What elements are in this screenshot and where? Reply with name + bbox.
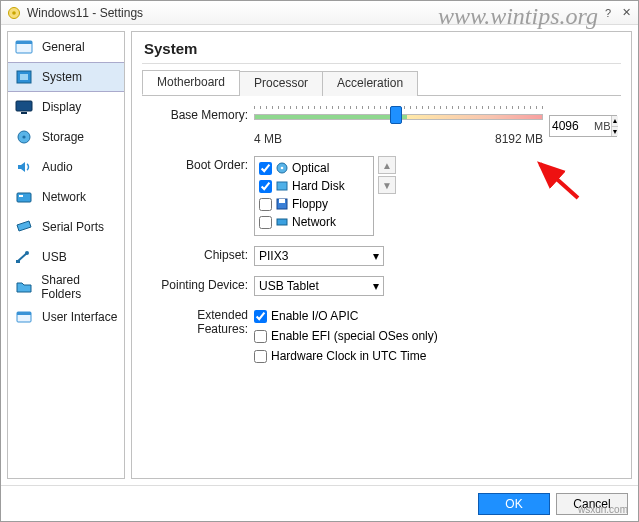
svg-rect-5 (20, 74, 28, 80)
display-icon (14, 98, 34, 116)
sidebar-item-system[interactable]: System (8, 62, 124, 92)
ok-label: OK (505, 497, 522, 511)
settings-window: Windows11 - Settings ? ✕ www.wintips.org… (0, 0, 639, 522)
sidebar-item-label: Serial Ports (42, 220, 104, 234)
sidebar-item-shared-folders[interactable]: Shared Folders (8, 272, 124, 302)
boot-item-label: Floppy (292, 197, 328, 211)
boot-order-list[interactable]: Optical Hard Disk Fl (254, 156, 374, 236)
pointing-device-select[interactable]: USB Tablet ▾ (254, 276, 384, 296)
dialog-footer: OK Cancel (1, 485, 638, 521)
base-memory-slider[interactable] (254, 106, 543, 130)
close-button[interactable]: ✕ (618, 6, 634, 20)
svg-rect-18 (277, 182, 287, 190)
enable-efi-label: Enable EFI (special OSes only) (271, 329, 438, 343)
sidebar-item-audio[interactable]: Audio (8, 152, 124, 182)
boot-check-network[interactable] (259, 216, 272, 229)
boot-item-floppy[interactable]: Floppy (257, 195, 371, 213)
tab-label: Acceleration (337, 76, 403, 90)
boot-item-harddisk[interactable]: Hard Disk (257, 177, 371, 195)
general-icon (14, 38, 34, 56)
sidebar-item-label: Network (42, 190, 86, 204)
sidebar-item-label: Storage (42, 130, 84, 144)
base-memory-spinbox[interactable]: MB ▲ ▼ (549, 115, 617, 137)
tab-acceleration[interactable]: Acceleration (322, 71, 418, 96)
sidebar-item-user-interface[interactable]: User Interface (8, 302, 124, 332)
help-button[interactable]: ? (600, 6, 616, 20)
spin-down-button[interactable]: ▼ (612, 127, 619, 137)
usb-icon (14, 248, 34, 266)
boot-item-label: Hard Disk (292, 179, 345, 193)
enable-io-apic-label: Enable I/O APIC (271, 309, 358, 323)
sidebar-item-label: User Interface (42, 310, 117, 324)
slider-thumb[interactable] (390, 106, 402, 124)
titlebar: Windows11 - Settings ? ✕ (1, 1, 638, 25)
sidebar-item-label: General (42, 40, 85, 54)
sidebar-item-usb[interactable]: USB (8, 242, 124, 272)
pointing-value: USB Tablet (259, 279, 319, 293)
chipset-value: PIIX3 (259, 249, 288, 263)
sidebar-item-label: Audio (42, 160, 73, 174)
mem-unit: MB (594, 120, 611, 132)
net-icon (276, 216, 288, 228)
sidebar-item-serial-ports[interactable]: Serial Ports (8, 212, 124, 242)
sidebar-item-storage[interactable]: Storage (8, 122, 124, 152)
boot-item-label: Optical (292, 161, 329, 175)
boot-check-floppy[interactable] (259, 198, 272, 211)
chipset-label: Chipset: (146, 246, 254, 262)
extended-features-label: Extended Features: (146, 306, 254, 336)
floppy-icon (276, 198, 288, 210)
boot-item-label: Network (292, 215, 336, 229)
serial-icon (14, 218, 34, 236)
base-memory-input[interactable] (550, 119, 594, 133)
boot-item-optical[interactable]: Optical (257, 159, 371, 177)
ui-icon (14, 308, 34, 326)
ok-button[interactable]: OK (478, 493, 550, 515)
tab-bar: Motherboard Processor Acceleration (142, 70, 621, 96)
svg-rect-13 (16, 260, 20, 263)
folder-icon (14, 278, 33, 296)
svg-point-1 (12, 11, 16, 15)
svg-rect-11 (19, 195, 23, 197)
sidebar-item-label: Shared Folders (41, 273, 120, 301)
tab-label: Processor (254, 76, 308, 90)
boot-order-label: Boot Order: (146, 156, 254, 172)
tab-processor[interactable]: Processor (239, 71, 323, 96)
svg-rect-6 (16, 101, 32, 111)
svg-point-9 (22, 135, 25, 138)
tab-motherboard[interactable]: Motherboard (142, 70, 240, 95)
svg-rect-21 (277, 219, 287, 225)
network-icon (14, 188, 34, 206)
hardware-clock-utc-checkbox[interactable] (254, 350, 267, 363)
svg-rect-15 (17, 312, 31, 315)
svg-rect-20 (279, 199, 285, 203)
base-memory-label: Base Memory: (146, 106, 254, 122)
window-title: Windows11 - Settings (27, 6, 143, 20)
enable-io-apic-checkbox[interactable] (254, 310, 267, 323)
pointing-device-label: Pointing Device: (146, 276, 254, 292)
boot-check-harddisk[interactable] (259, 180, 272, 193)
hdd-icon (276, 180, 288, 192)
category-sidebar: General System Display Storage Audio Net… (7, 31, 125, 479)
chevron-down-icon: ▾ (373, 249, 379, 263)
svg-point-17 (281, 167, 284, 170)
sidebar-item-network[interactable]: Network (8, 182, 124, 212)
sidebar-item-general[interactable]: General (8, 32, 124, 62)
mem-max-label: 8192 MB (495, 132, 543, 146)
enable-efi-checkbox[interactable] (254, 330, 267, 343)
watermark-footer: wsxdn.com (578, 504, 628, 515)
boot-move-up-button[interactable]: ▲ (378, 156, 396, 174)
svg-rect-10 (17, 193, 31, 202)
storage-icon (14, 128, 34, 146)
boot-move-down-button[interactable]: ▼ (378, 176, 396, 194)
mem-min-label: 4 MB (254, 132, 282, 146)
svg-point-12 (25, 251, 29, 255)
boot-check-optical[interactable] (259, 162, 272, 175)
sidebar-item-display[interactable]: Display (8, 92, 124, 122)
spin-up-button[interactable]: ▲ (612, 116, 619, 127)
chevron-down-icon: ▾ (373, 279, 379, 293)
chipset-select[interactable]: PIIX3 ▾ (254, 246, 384, 266)
audio-icon (14, 158, 34, 176)
page-title: System (144, 40, 621, 57)
system-icon (14, 68, 34, 86)
boot-item-network[interactable]: Network (257, 213, 371, 231)
